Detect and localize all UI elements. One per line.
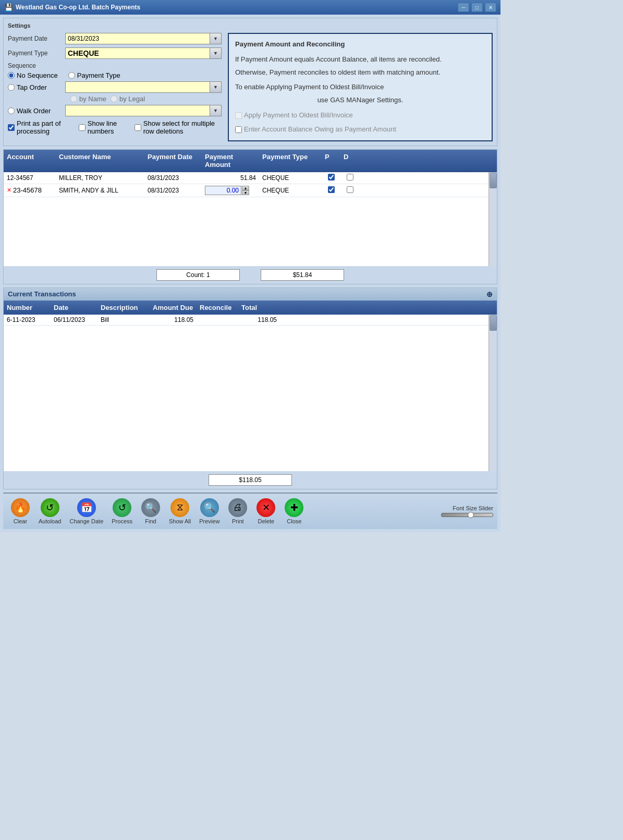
transactions-scrollbar[interactable] — [488, 315, 497, 471]
font-size-slider-track — [441, 513, 493, 517]
payments-grid-header: Account Customer Name Payment Date Payme… — [4, 150, 497, 172]
walk-order-input[interactable] — [65, 105, 210, 116]
payments-scrollbar[interactable] — [488, 172, 497, 266]
cell-paydate-2: 08/31/2023 — [144, 185, 202, 196]
tap-order-dropdown[interactable]: ▼ — [210, 81, 222, 93]
tap-order-input[interactable] — [65, 81, 210, 93]
amount-spinner[interactable]: ▲ ▼ — [242, 186, 249, 195]
show-select-checkbox-item[interactable]: Show select for multiple row deletions — [135, 119, 222, 135]
walk-order-radio[interactable]: Walk Order — [8, 107, 65, 115]
trans-col-extra — [280, 303, 497, 313]
cell-type-2: CHEQUE — [259, 185, 322, 196]
trans-col-number: Number — [4, 303, 51, 313]
spin-up[interactable]: ▲ — [242, 186, 249, 190]
apply-payment-checkbox — [235, 112, 242, 119]
find-button[interactable]: 🔍 Find — [138, 497, 164, 526]
by-legal-radio[interactable]: by Legal — [111, 95, 145, 103]
trans-total: 118.05 — [238, 315, 280, 325]
by-name-radio[interactable]: by Name — [70, 95, 106, 103]
transactions-label: Current Transactions — [8, 290, 76, 298]
tap-order-wrapper: ▼ — [65, 81, 222, 93]
settings-left: Payment Date ▼ Payment Type ▼ Sequence — [8, 33, 222, 135]
transactions-grid-header: Number Date Description Amount Due Recon… — [4, 301, 497, 315]
delete-button[interactable]: ✕ Delete — [253, 497, 279, 526]
tap-order-row: Tap Order ▼ — [8, 81, 222, 93]
settings-row: Payment Date ▼ Payment Type ▼ Sequence — [8, 33, 493, 141]
payment-date-input[interactable] — [65, 33, 210, 44]
payment-type-dropdown[interactable]: ▼ — [210, 47, 222, 59]
info-title: Payment Amount and Reconciling — [235, 39, 485, 50]
cell-p-2[interactable] — [322, 185, 340, 196]
show-all-icon: ⧖ — [170, 498, 189, 517]
cell-scroll-1 — [359, 176, 370, 179]
trans-amount: 118.05 — [150, 315, 197, 325]
cell-d-1[interactable] — [340, 172, 359, 184]
print-button[interactable]: 🖨 Print — [225, 497, 251, 526]
walk-order-dropdown[interactable]: ▼ — [210, 105, 222, 116]
process-icon: ↺ — [113, 498, 131, 517]
preview-button[interactable]: 🔍 Preview — [196, 497, 223, 526]
cell-account-1: 12-34567 — [4, 173, 56, 183]
trans-col-total: Total — [238, 303, 280, 313]
info-box: Payment Amount and Reconciling If Paymen… — [228, 33, 493, 141]
col-payment-type: Payment Type — [259, 152, 322, 170]
process-button[interactable]: ↺ Process — [108, 497, 136, 526]
transactions-scrollbar-thumb[interactable] — [490, 315, 497, 331]
payment-type-radio[interactable]: Payment Type — [68, 71, 120, 79]
preview-icon: 🔍 — [200, 498, 219, 517]
delete-icon: ✕ — [256, 498, 275, 517]
trans-date: 06/11/2023 — [51, 315, 97, 325]
window-title: Westland Gas Co-op Ltd. Batch Payments — [16, 4, 458, 11]
font-size-slider-thumb[interactable] — [468, 512, 474, 518]
print-checkbox-item[interactable]: Print as part of processing — [8, 119, 70, 135]
enter-balance-checkbox-item[interactable]: Enter Account Balance Owing as Payment A… — [235, 124, 485, 135]
cell-type-1: CHEQUE — [259, 173, 322, 183]
show-all-button[interactable]: ⧖ Show All — [166, 497, 194, 526]
payments-grid-footer: Count: 1 $51.84 — [4, 266, 497, 284]
payment-type-row: Payment Type ▼ — [8, 47, 222, 59]
amount-spinbox[interactable] — [205, 186, 241, 195]
enter-balance-checkbox[interactable] — [235, 126, 242, 133]
show-line-numbers-checkbox[interactable] — [79, 124, 85, 131]
walk-order-wrapper: ▼ — [65, 105, 222, 116]
payments-count: Count: 1 — [156, 269, 240, 281]
show-line-numbers-checkbox-item[interactable]: Show line numbers — [79, 119, 126, 135]
print-checkbox[interactable] — [8, 124, 15, 131]
trans-col-reconcile: Reconcile — [197, 303, 238, 313]
cell-delete-mark-2: ✕ 23-45678 — [4, 185, 56, 196]
trans-col-desc: Description — [97, 303, 150, 313]
close-button[interactable]: ✕ — [485, 3, 496, 12]
payments-grid-body: 12-34567 MILLER, TROY 08/31/2023 51.84 C… — [4, 172, 497, 266]
payments-grid-section: Account Customer Name Payment Date Payme… — [3, 149, 497, 284]
cell-p-1[interactable] — [322, 172, 340, 184]
autoload-button[interactable]: ↺ Autoload — [35, 497, 64, 526]
info-line2: Otherwise, Payment reconciles to oldest … — [235, 67, 485, 78]
clear-button[interactable]: 🔥 Clear — [7, 497, 33, 526]
tap-order-radio[interactable]: Tap Order — [8, 83, 65, 91]
show-select-checkbox[interactable] — [135, 124, 141, 131]
payment-date-label: Payment Date — [8, 35, 65, 42]
font-size-slider-container: Font Size Slider — [441, 505, 493, 517]
payments-scrollbar-thumb[interactable] — [490, 173, 497, 188]
payment-date-row: Payment Date ▼ — [8, 33, 222, 44]
change-date-icon: 📅 — [77, 498, 96, 517]
cell-d-2[interactable] — [340, 185, 359, 196]
payment-date-dropdown[interactable]: ▼ — [210, 33, 222, 44]
transactions-expand-icon[interactable]: ⊕ — [486, 290, 493, 298]
sequence-label: Sequence — [8, 62, 222, 69]
maximize-button[interactable]: □ — [471, 3, 483, 12]
trans-reconcile — [197, 318, 238, 321]
cell-amount-2[interactable]: ▲ ▼ — [202, 184, 259, 197]
table-row: ✕ 23-45678 SMITH, ANDY & JILL 08/31/2023… — [4, 184, 497, 197]
no-sequence-radio[interactable]: No Sequence — [8, 71, 58, 79]
close-icon: ✚ — [285, 498, 303, 517]
col-d: D — [340, 152, 359, 170]
minimize-button[interactable]: ─ — [458, 3, 469, 12]
change-date-button[interactable]: 📅 Change Date — [66, 497, 106, 526]
payment-type-input[interactable] — [65, 47, 210, 59]
autoload-icon: ↺ — [41, 498, 59, 517]
close-button-toolbar[interactable]: ✚ Close — [281, 497, 307, 526]
payments-total: $51.84 — [261, 269, 344, 281]
spin-down[interactable]: ▼ — [242, 190, 249, 195]
col-scroll-spacer — [359, 152, 370, 170]
